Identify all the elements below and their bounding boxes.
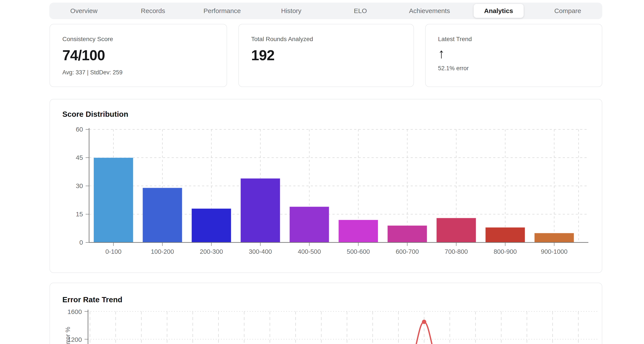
total-rounds-card: Total Rounds Analyzed 192 xyxy=(238,24,414,87)
total-rounds-value: 192 xyxy=(251,47,414,64)
consistency-score-card: Consistency Score 74/100 Avg: 337 | StdD… xyxy=(50,24,227,87)
tab-achievements[interactable]: Achievements xyxy=(395,3,464,19)
active-tab-pill: Analytics xyxy=(474,4,524,18)
svg-text:30: 30 xyxy=(76,182,83,189)
bar-500-600 xyxy=(338,220,378,242)
svg-text:400-500: 400-500 xyxy=(298,248,321,255)
bars-group xyxy=(94,158,574,242)
svg-text:1600: 1600 xyxy=(67,308,82,315)
score-distribution-card: Score Distribution 0153045600-100100-200… xyxy=(50,99,602,273)
bar-600-700 xyxy=(388,225,427,242)
svg-text:0: 0 xyxy=(79,239,83,246)
tab-records[interactable]: Records xyxy=(118,3,188,19)
svg-text:600-700: 600-700 xyxy=(396,248,419,255)
tab-bar: OverviewRecordsPerformanceHistoryELOAchi… xyxy=(49,3,602,19)
card-label: Consistency Score xyxy=(62,36,226,43)
error-rate-trend-card: Error Rate Trend 16001200Error % xyxy=(50,283,602,344)
tab-elo[interactable]: ELO xyxy=(326,3,395,19)
svg-text:200-300: 200-300 xyxy=(200,248,223,255)
tab-performance[interactable]: Performance xyxy=(188,3,256,19)
svg-text:300-400: 300-400 xyxy=(249,248,272,255)
bar-700-800 xyxy=(436,218,476,242)
tab-history[interactable]: History xyxy=(256,3,326,19)
up-arrow-icon: ↑ xyxy=(438,46,602,61)
tab-analytics[interactable]: Analytics xyxy=(464,3,533,19)
error-rate-trend-chart: 16001200Error % xyxy=(50,283,602,344)
bar-200-300 xyxy=(192,209,231,242)
svg-text:0-100: 0-100 xyxy=(106,248,122,255)
latest-trend-card: Latest Trend ↑ 52.1% error xyxy=(425,24,602,87)
bar-100-200 xyxy=(142,188,182,242)
card-label: Latest Trend xyxy=(438,36,602,43)
svg-text:45: 45 xyxy=(76,154,83,161)
tab-overview[interactable]: Overview xyxy=(49,3,118,19)
svg-text:500-600: 500-600 xyxy=(347,248,370,255)
svg-text:60: 60 xyxy=(76,126,83,133)
svg-text:700-800: 700-800 xyxy=(445,248,468,255)
error-rate-peak-point xyxy=(422,320,426,324)
score-distribution-title: Score Distribution xyxy=(62,110,128,119)
svg-text:900-1000: 900-1000 xyxy=(541,248,568,255)
bar-300-400 xyxy=(240,178,280,242)
consistency-score-detail: Avg: 337 | StdDev: 259 xyxy=(62,69,226,76)
card-label: Total Rounds Analyzed xyxy=(251,36,414,43)
svg-text:15: 15 xyxy=(76,210,83,218)
latest-trend-detail: 52.1% error xyxy=(438,65,602,72)
tab-compare[interactable]: Compare xyxy=(533,3,602,19)
score-distribution-chart: 0153045600-100100-200200-300300-400400-5… xyxy=(50,99,602,273)
bar-400-500 xyxy=(290,207,329,242)
svg-text:800-900: 800-900 xyxy=(494,248,517,255)
bar-0-100 xyxy=(94,158,133,242)
svg-text:100-200: 100-200 xyxy=(151,248,174,255)
bar-800-900 xyxy=(486,227,525,242)
consistency-score-value: 74/100 xyxy=(62,47,226,64)
y-axis-label: Error % xyxy=(64,327,71,344)
bar-900-1000 xyxy=(534,233,574,242)
